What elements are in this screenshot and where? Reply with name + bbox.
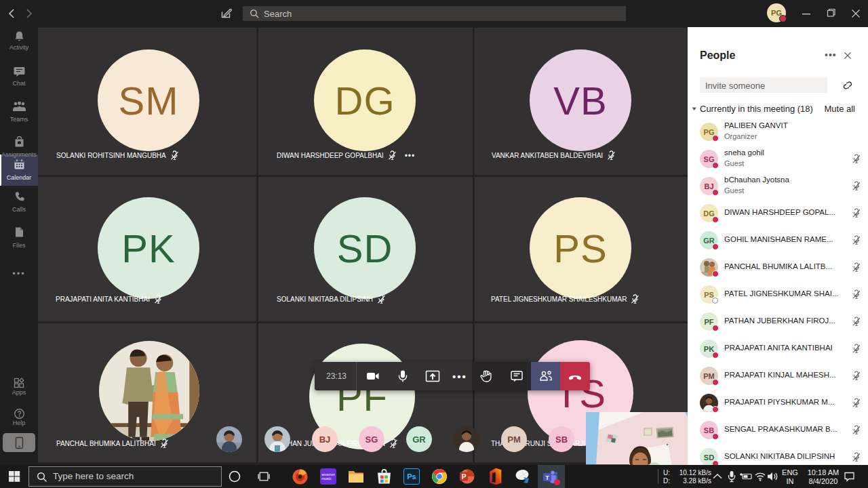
svg-text:P: P [462,473,467,481]
svg-text:T: T [545,474,549,481]
